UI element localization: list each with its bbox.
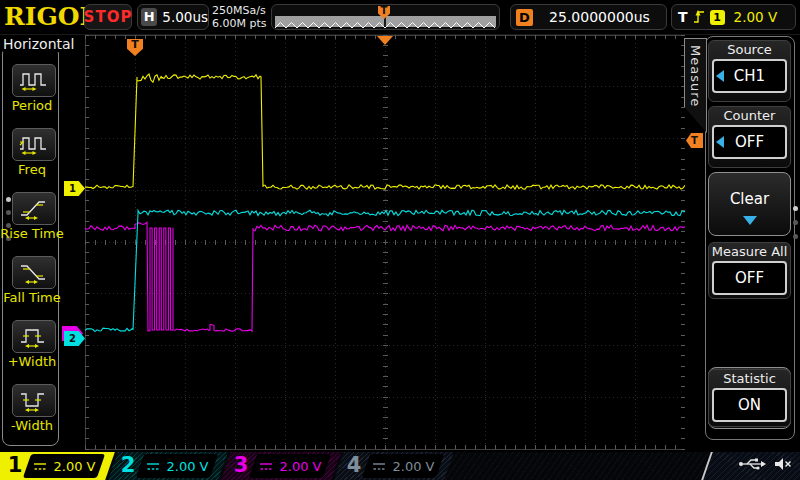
measure-item-freq-label: Freq: [0, 162, 70, 177]
menu-tab-measure[interactable]: Measure: [684, 38, 707, 133]
waveform-display[interactable]: [85, 35, 685, 450]
menu-item-statistic[interactable]: Statistic ON: [708, 369, 791, 427]
memory-depth: 6.00M pts: [212, 17, 267, 30]
left-menu-title: Horizontal: [3, 36, 81, 52]
sample-rate: 250MSa/s: [212, 4, 267, 17]
measure-item-neg-width-label: -Width: [0, 418, 70, 433]
trigger-t-label: T: [678, 9, 688, 25]
rising-edge-icon: [693, 9, 705, 25]
trigger-level-marker[interactable]: T: [686, 133, 703, 148]
statistic-value-box[interactable]: ON: [712, 388, 787, 422]
top-status-bar: RIGOL STOP H 5.00us 250MSa/s 6.00M pts T…: [0, 0, 800, 35]
channel-1-number: 1: [7, 453, 23, 477]
statistic-label: Statistic: [709, 371, 790, 386]
positive-width-icon: [19, 325, 49, 349]
channel-4-number: 4: [346, 453, 362, 477]
chevron-left-icon: [716, 136, 724, 148]
trigger-source-badge: 1: [710, 10, 725, 25]
measure-item-freq[interactable]: [12, 128, 56, 161]
delay-time-box[interactable]: D 25.0000000us: [510, 4, 667, 30]
waveform-memory-preview[interactable]: T: [271, 4, 500, 30]
left-page-dot-2: [6, 210, 11, 215]
negative-width-icon: [19, 389, 49, 413]
left-page-dot-1: [6, 197, 11, 202]
dc-coupling-icon: [372, 462, 386, 471]
acquisition-info: 250MSa/s 6.00M pts: [212, 4, 267, 30]
measure-all-value: OFF: [735, 269, 764, 287]
measure-item-rise-time-label: Rise Time: [0, 226, 70, 241]
channel-4-scale: 2.00 V: [393, 459, 435, 474]
counter-value: OFF: [735, 133, 764, 151]
memory-band: [275, 16, 496, 27]
trigger-center-marker: [377, 36, 393, 45]
menu-item-source[interactable]: Source CH1: [708, 40, 791, 102]
channel-tab-4[interactable]: 4 2.00 V: [339, 452, 449, 480]
measure-item-rise-time[interactable]: [12, 192, 56, 225]
measure-item-period-label: Period: [0, 98, 70, 113]
channel-status-bar: 1 2.00 V 2: [0, 452, 800, 480]
source-value-box[interactable]: CH1: [712, 59, 787, 93]
frequency-icon: [19, 133, 49, 157]
measure-item-fall-time-label: Fall Time: [0, 290, 70, 305]
counter-value-box[interactable]: OFF: [712, 125, 787, 159]
menu-item-counter[interactable]: Counter OFF: [708, 106, 791, 168]
channel-3-scale: 2.00 V: [280, 459, 322, 474]
measure-item-period[interactable]: [12, 64, 56, 97]
oscilloscope-screen: RIGOL STOP H 5.00us 250MSa/s 6.00M pts T…: [0, 0, 800, 480]
chevron-left-icon: [716, 70, 724, 82]
trigger-status-box[interactable]: T 1 2.00 V: [671, 4, 796, 30]
period-icon: [19, 69, 49, 93]
usb-icon: [738, 457, 766, 471]
right-page-dot-3: [793, 234, 798, 239]
speaker-muted-icon[interactable]: [774, 456, 792, 472]
delay-value: 25.0000000us: [533, 9, 666, 25]
horizontal-h-label: H: [141, 8, 157, 26]
trigger-level-value: 2.00 V: [734, 9, 778, 25]
channel-3-number: 3: [233, 453, 249, 477]
channel-2-scale: 2.00 V: [167, 459, 209, 474]
dc-coupling-icon: [146, 462, 160, 471]
channel-2-number: 2: [120, 453, 136, 477]
rise-time-icon: [19, 197, 49, 221]
source-value: CH1: [734, 67, 765, 85]
ch1-ground-marker[interactable]: 1: [64, 181, 85, 196]
measure-all-value-box[interactable]: OFF: [712, 261, 787, 295]
measure-item-pos-width-label: +Width: [0, 354, 70, 369]
channel-tab-3[interactable]: 3 2.00 V: [226, 452, 336, 480]
counter-label: Counter: [709, 108, 790, 123]
channel-tab-2[interactable]: 2 2.00 V: [113, 452, 223, 480]
menu-item-clear[interactable]: Clear: [708, 172, 791, 236]
horizontal-scale-box[interactable]: H 5.00us: [137, 4, 209, 30]
ch2-trace: [85, 210, 685, 331]
clear-label: Clear: [709, 190, 790, 208]
statistic-value: ON: [738, 396, 761, 414]
measure-item-neg-width[interactable]: [12, 384, 56, 417]
dc-coupling-icon: [33, 462, 47, 471]
run-stop-status[interactable]: STOP: [84, 4, 132, 30]
channel-tab-1[interactable]: 1 2.00 V: [0, 452, 110, 480]
run-state-label: STOP: [84, 8, 133, 26]
chevron-down-icon: [743, 216, 757, 225]
source-label: Source: [709, 42, 790, 57]
dc-coupling-icon: [259, 462, 273, 471]
horizontal-scale-value: 5.00us: [162, 9, 208, 25]
right-page-dot-1: [793, 206, 798, 211]
right-page-dot-2: [793, 220, 798, 225]
measure-item-pos-width[interactable]: [12, 320, 56, 353]
measure-all-label: Measure All: [709, 244, 790, 259]
channel-1-scale: 2.00 V: [54, 459, 96, 474]
measure-item-fall-time[interactable]: [12, 256, 56, 289]
menu-item-measure-all[interactable]: Measure All OFF: [708, 242, 791, 299]
delay-d-label: D: [516, 9, 533, 26]
fall-time-icon: [19, 261, 49, 285]
